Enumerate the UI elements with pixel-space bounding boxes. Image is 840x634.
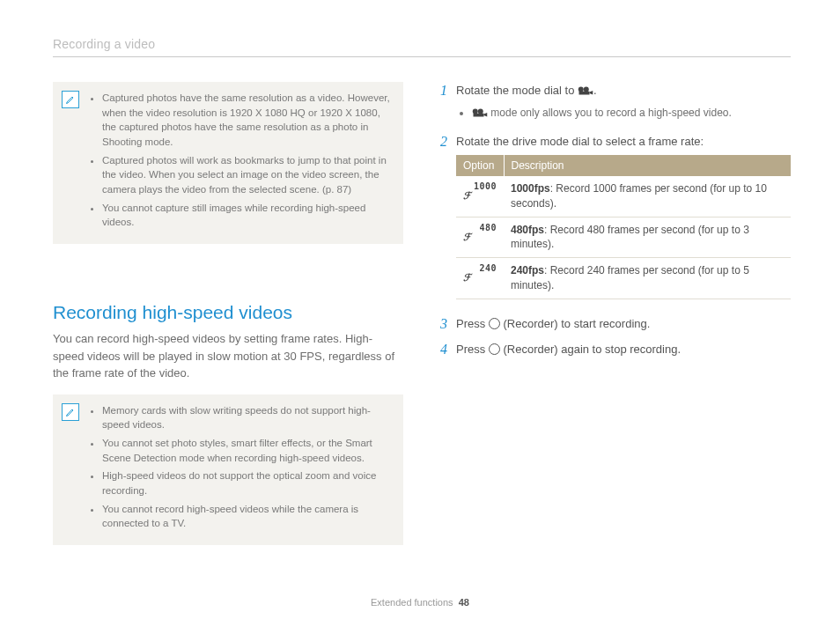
note-item: Memory cards with slow writing speeds do… (102, 403, 391, 432)
recorder-button-icon (489, 318, 500, 329)
note-box-2: Memory cards with slow writing speeds do… (53, 394, 403, 545)
right-column: 1 Rotate the mode dial to . mode only al… (440, 82, 791, 545)
svg-rect-5 (474, 113, 484, 116)
frame-rate-table: Option Description 1000ℱ 1000fps: Record… (456, 155, 791, 299)
step-2: 2 Rotate the drive mode dial to select a… (440, 133, 791, 299)
table-row: 1000ℱ 1000fps: Record 1000 frames per se… (456, 176, 791, 217)
note-item: You cannot record high-speed videos whil… (102, 502, 391, 531)
section-title: Recording high-speed videos (53, 302, 403, 323)
step-number: 1 (440, 82, 456, 124)
left-column: Captured photos have the same resolution… (53, 82, 403, 545)
note-item: High-speed videos do not support the opt… (102, 468, 391, 498)
step-text: (Recorder) again to stop recording. (500, 343, 681, 356)
step-number: 3 (440, 315, 456, 333)
step-bullet: mode only allows you to record a high-sp… (472, 105, 791, 122)
header-rule (53, 56, 791, 57)
page-number: 48 (459, 597, 469, 608)
step-body: Rotate the mode dial to . mode only allo… (456, 82, 791, 124)
table-row: 240ℱ 240fps: Record 240 frames per secon… (456, 258, 791, 299)
svg-point-0 (578, 87, 584, 92)
note-item: Captured photos will work as bookmarks t… (102, 153, 391, 197)
svg-point-4 (478, 108, 483, 114)
svg-point-3 (473, 108, 478, 114)
step-body: Press (Recorder) again to stop recording… (456, 341, 791, 358)
step-text: Press (456, 317, 489, 330)
fps-option-icon: 1000ℱ (456, 176, 504, 217)
step-bullet-text: mode only allows you to record a high-sp… (488, 107, 732, 119)
step-number: 4 (440, 341, 456, 358)
fps-description: 240fps: Record 240 frames per second (fo… (504, 258, 791, 299)
step-1: 1 Rotate the mode dial to . mode only al… (440, 82, 791, 124)
step-text: Press (456, 343, 489, 356)
page: Recording a video Captured photos have t… (0, 0, 840, 545)
note-icon (62, 91, 79, 108)
svg-rect-2 (579, 92, 590, 95)
note-list-1: Captured photos have the same resolution… (88, 91, 391, 233)
recorder-button-icon (489, 343, 500, 355)
footer-section: Extended functions (371, 597, 453, 608)
note-item: You cannot capture still images while re… (102, 201, 391, 230)
note-icon (62, 403, 79, 421)
step-body: Press (Recorder) to start recording. (456, 315, 791, 333)
video-camera-icon (578, 84, 593, 101)
note-box-1: Captured photos have the same resolution… (53, 82, 403, 244)
step-3: 3 Press (Recorder) to start recording. (440, 315, 791, 333)
note-item: You cannot set photo styles, smart filte… (102, 436, 391, 465)
page-footer: Extended functions 48 (0, 597, 840, 608)
table-header-description: Description (504, 155, 791, 176)
table-row: 480ℱ 480fps: Record 480 frames per secon… (456, 217, 791, 258)
step-4: 4 Press (Recorder) again to stop recordi… (440, 341, 791, 358)
step-text: Rotate the drive mode dial to select a f… (456, 133, 791, 151)
fps-option-icon: 240ℱ (456, 258, 504, 299)
step-text: (Recorder) to start recording. (500, 317, 651, 330)
section-intro: You can record high-speed videos by sett… (53, 330, 403, 382)
step-text: . (593, 84, 597, 97)
fps-option-icon: 480ℱ (456, 217, 504, 258)
step-body: Rotate the drive mode dial to select a f… (456, 133, 791, 299)
fps-description: 480fps: Record 480 frames per second (fo… (504, 217, 791, 258)
note-item: Captured photos have the same resolution… (102, 91, 391, 150)
table-header-option: Option (456, 155, 504, 176)
note-list-2: Memory cards with slow writing speeds do… (88, 403, 391, 534)
step-number: 2 (440, 133, 456, 299)
video-camera-icon (472, 107, 488, 122)
fps-description: 1000fps: Record 1000 frames per second (… (504, 176, 791, 217)
breadcrumb: Recording a video (53, 37, 791, 51)
svg-point-1 (584, 87, 589, 92)
content-columns: Captured photos have the same resolution… (53, 82, 791, 545)
step-text: Rotate the mode dial to (456, 84, 578, 97)
